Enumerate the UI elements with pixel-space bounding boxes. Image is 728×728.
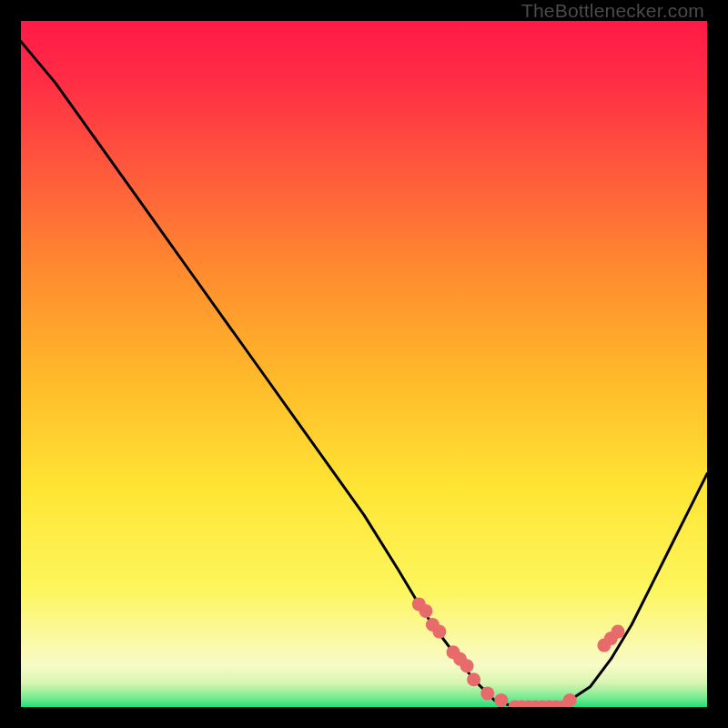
sample-marker bbox=[419, 604, 432, 618]
chart-frame bbox=[21, 21, 707, 707]
watermark-text: TheBottlenecker.com bbox=[521, 0, 704, 22]
sample-marker bbox=[563, 693, 577, 707]
sample-marker bbox=[460, 659, 474, 672]
sample-marker bbox=[494, 693, 508, 707]
sample-marker bbox=[480, 686, 494, 700]
sample-marker bbox=[612, 625, 625, 639]
sample-marker bbox=[432, 625, 446, 639]
sample-marker bbox=[467, 672, 480, 686]
heat-gradient-bg bbox=[21, 21, 707, 707]
bottleneck-chart bbox=[21, 21, 707, 707]
